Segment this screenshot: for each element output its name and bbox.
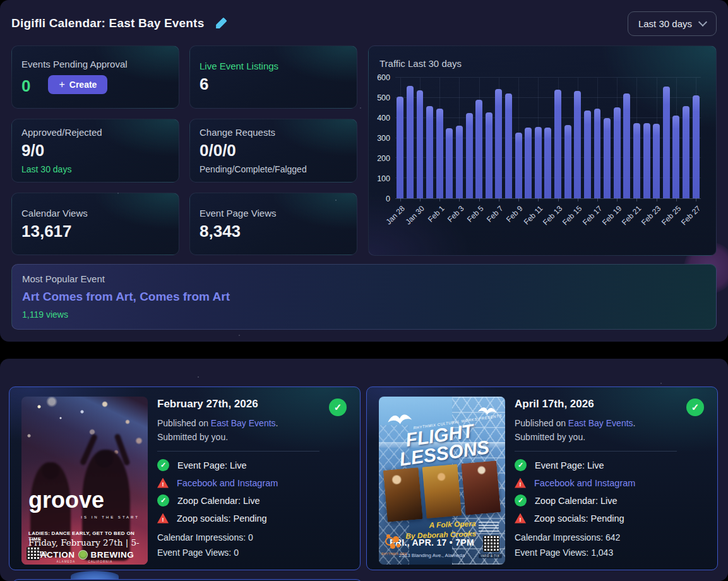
y-axis-tick: 500 [377, 93, 390, 102]
most-popular-label: Most Popular Event [22, 273, 706, 284]
status-row: Zoop Calendar: Live [157, 494, 352, 506]
traffic-bar[interactable] [584, 111, 591, 198]
x-axis-label: Feb 15 [561, 204, 583, 227]
traffic-bar[interactable] [486, 112, 492, 198]
chevron-down-icon [698, 18, 707, 27]
qr-code [483, 536, 499, 552]
event-poster-groove[interactable]: groove IS IN THE START LADIES: DANCE EAR… [21, 397, 148, 565]
traffic-bar[interactable] [693, 95, 700, 198]
stat-label: Events Pending Approval [21, 59, 169, 69]
brand-sub-left: ALAMEDA [57, 560, 76, 563]
published-suffix: . [633, 418, 636, 428]
performer-panel [383, 467, 423, 522]
x-axis-label: Feb 7 [485, 204, 505, 224]
traffic-bar[interactable] [525, 128, 532, 198]
divider [515, 451, 677, 452]
event-info: February 27th, 2026 Published on East Ba… [157, 387, 352, 570]
traffic-bar[interactable] [475, 100, 482, 198]
poster-site: RHYTHMIX.ORG [381, 553, 407, 556]
plus-icon: + [59, 80, 64, 90]
edit-title-button[interactable] [213, 16, 228, 31]
traffic-bar[interactable] [653, 124, 660, 198]
date-range-value: Last 30 days [638, 18, 692, 29]
status-row: Zoop socials: Pending [515, 512, 710, 524]
event-info: April 17th, 2026 Published on East Bay E… [515, 387, 710, 570]
event-poster-flight-lessons[interactable]: RHYTHMIX CULTURAL WORKS PRESENTS FLIGHT … [379, 397, 505, 565]
traffic-bar[interactable] [574, 91, 581, 198]
traffic-chart: 0100200300400500600 Jan 28Jan 30Feb 1Feb… [373, 78, 701, 199]
traffic-bar[interactable] [407, 86, 414, 198]
bar-slot [523, 78, 534, 198]
traffic-bar[interactable] [426, 106, 433, 198]
traffic-bar[interactable] [456, 126, 463, 198]
status-row: Zoop socials: Pending [157, 512, 352, 524]
traffic-bar[interactable] [417, 90, 424, 198]
y-axis-tick: 0 [386, 195, 390, 203]
traffic-bar[interactable] [535, 127, 542, 198]
submitted-line: Submitted by you. [515, 430, 710, 444]
traffic-bar[interactable] [515, 133, 522, 198]
performer-panels [383, 460, 501, 522]
traffic-bar[interactable] [397, 97, 403, 198]
bar-slot [641, 78, 652, 198]
status-label: Event Page: Live [177, 460, 247, 470]
x-axis-label: Feb 25 [659, 204, 682, 227]
traffic-bar[interactable] [505, 93, 512, 198]
event-date: April 17th, 2026 [515, 398, 710, 410]
bar-slot [543, 78, 553, 198]
traffic-bar[interactable] [495, 89, 502, 198]
calendar-impressions: Calendar Impressions: 642 [515, 530, 710, 545]
traffic-bar[interactable] [643, 123, 650, 198]
stat-subtext: Last 30 days [21, 164, 169, 174]
published-on-link[interactable]: East Bay Events [568, 418, 633, 428]
facebook-instagram-link[interactable]: Facebook and Instagram [177, 478, 278, 488]
date-range-select[interactable]: Last 30 days [628, 11, 717, 36]
traffic-bar[interactable] [614, 107, 621, 198]
event-date: February 27th, 2026 [157, 398, 352, 410]
bar-slot: Feb 3 [455, 78, 465, 198]
bar-slot [583, 78, 593, 198]
stat-value: 0 [21, 77, 30, 95]
status-label: Zoop socials: Pending [177, 513, 267, 524]
event-metrics: Calendar Impressions: 642 Event Page Vie… [515, 530, 710, 560]
create-event-button[interactable]: + Create [48, 75, 107, 94]
traffic-bar[interactable] [564, 125, 571, 199]
decorative-speck [117, 193, 119, 194]
bar-slot: Feb 23 [652, 78, 662, 198]
traffic-bar[interactable] [554, 90, 561, 198]
facebook-instagram-link[interactable]: Facebook and Instagram [534, 478, 635, 488]
poster-datetime: FRI., APR. 17 • 7PM [386, 537, 477, 548]
traffic-bar[interactable] [436, 109, 443, 198]
header: Digifli Calendar: East Bay Events Last 3… [11, 9, 717, 38]
traffic-chart-card: Traffic Last 30 days 0100200300400500600… [368, 45, 717, 256]
traffic-bar[interactable] [633, 123, 640, 198]
traffic-bar[interactable] [683, 106, 689, 198]
traffic-bar[interactable] [446, 128, 453, 198]
y-axis-tick: 300 [377, 134, 390, 143]
status-list: Event Page: Live Facebook and Instagram … [157, 459, 352, 524]
dashboard-page: Digifli Calendar: East Bay Events Last 3… [0, 0, 728, 581]
submitted-line: Submitted by you. [157, 430, 352, 444]
traffic-bar[interactable] [544, 128, 551, 198]
traffic-bar[interactable] [663, 87, 670, 198]
stat-label: Calendar Views [21, 208, 169, 219]
status-row: Facebook and Instagram [515, 477, 710, 489]
brand-left: FACTION [35, 550, 75, 560]
decorative-speck [239, 335, 240, 336]
traffic-chart-yaxis: 0100200300400500600 [373, 78, 395, 199]
traffic-bar[interactable] [672, 116, 679, 198]
most-popular-title[interactable]: Art Comes from Art, Comes from Art [22, 290, 706, 304]
published-on-link[interactable]: East Bay Events [211, 418, 276, 428]
traffic-bar[interactable] [623, 93, 630, 198]
traffic-bar[interactable] [466, 113, 473, 198]
stat-value: 0/0/0 [200, 141, 347, 160]
poster-tagline: IS IN THE START [81, 515, 140, 519]
rhythmix-logo-icon [385, 537, 394, 546]
traffic-bar[interactable] [604, 118, 611, 198]
status-row: Event Page: Live [157, 459, 352, 471]
bar-slot: Feb 7 [494, 78, 504, 198]
published-prefix: Published on [515, 418, 568, 428]
traffic-bar[interactable] [594, 109, 601, 198]
published-line: Published on East Bay Events. [157, 416, 352, 430]
bar-slot [484, 78, 494, 198]
